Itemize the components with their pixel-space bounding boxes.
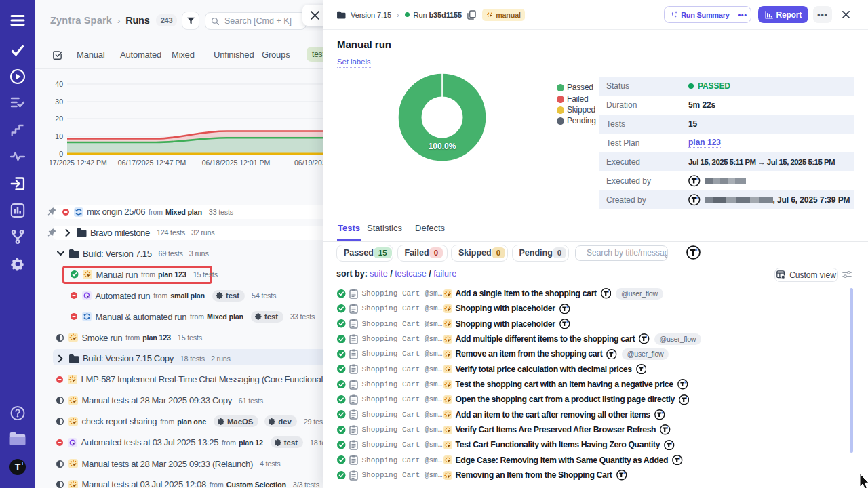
svg-text:10: 10 [55, 132, 63, 140]
svg-text:100.0%: 100.0% [429, 142, 456, 151]
svg-text:17/2025 12:42 PM: 17/2025 12:42 PM [49, 159, 107, 167]
svg-text:06/19/2025: 06/19/2025 [294, 159, 323, 167]
svg-text:20: 20 [55, 115, 63, 123]
svg-text:40: 40 [55, 80, 63, 88]
svg-text:30: 30 [55, 98, 63, 106]
svg-text:06/18/2025 12:01 PM: 06/18/2025 12:01 PM [202, 159, 270, 167]
svg-text:0: 0 [59, 150, 63, 158]
svg-text:06/17/2025 12:47 PM: 06/17/2025 12:47 PM [118, 159, 186, 167]
